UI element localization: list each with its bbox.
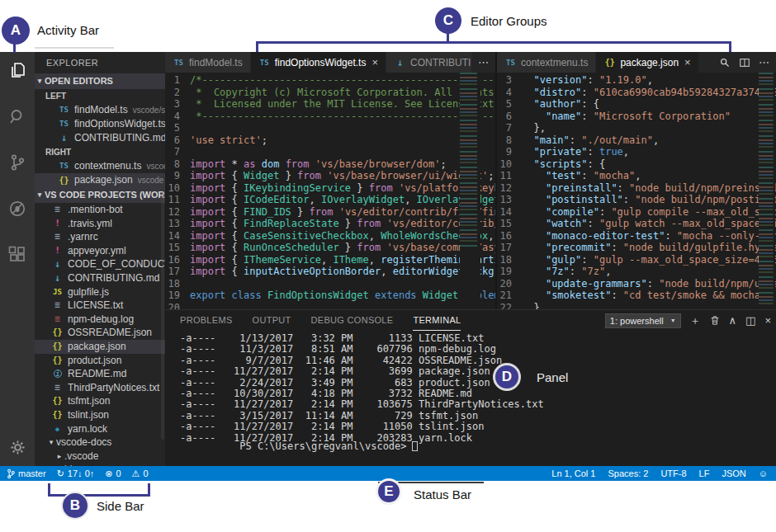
status-item-feedback-smiley[interactable]: ☺ [759, 468, 768, 478]
file-item[interactable]: ≡.mention-bot [35, 203, 165, 217]
code-text: import { CaseSensitiveCheckbox, WholeWor… [190, 230, 495, 242]
minimap[interactable] [460, 73, 480, 309]
activity-bar-source-control[interactable] [0, 144, 35, 184]
close-icon[interactable]: × [371, 56, 378, 68]
terminal-line: -a---- 10/30/2017 4:18 PM 3732 README.md [180, 388, 773, 399]
file-item[interactable]: {}OSSREADME.json [35, 326, 165, 340]
minimap[interactable] [759, 73, 775, 309]
open-preview-icon[interactable] [719, 57, 731, 68]
activity-bar-debug[interactable] [0, 191, 35, 230]
status-item-json[interactable]: JSON [722, 468, 745, 478]
editor-group-right[interactable]: 3 "version": "1.19.0",4 "distro": "610ca… [495, 73, 776, 309]
file-name: CONTRIBUTING.md [74, 131, 165, 145]
close-panel-icon[interactable]: × [764, 313, 771, 328]
split-editor-icon[interactable] [739, 57, 750, 68]
status-item-sync[interactable]: ↻17↓ 0↑ [57, 468, 95, 479]
file-item[interactable]: ↓CODE_OF_CONDUCT.md [35, 257, 165, 271]
activity-bar-search[interactable] [0, 98, 35, 138]
line-number: 2 [165, 87, 190, 99]
code-text: import { IThemeService, ITheme, register… [190, 254, 495, 266]
sidebar-scrollbar[interactable] [161, 192, 164, 440]
line-number: 9 [497, 146, 522, 158]
status-item-warning[interactable]: ⚠0 [132, 468, 149, 479]
status-item-ln-1-col-1[interactable]: Ln 1, Col 1 [551, 468, 595, 478]
tabs-right: TScontextmenu.ts{}package.json× [497, 52, 712, 73]
file-name: package.json [74, 173, 133, 187]
open-editors-header[interactable]: ▾ OPEN EDITORS [35, 73, 165, 89]
editor-area: TSfindModel.tsTSfindOptionsWidget.ts×↓CO… [165, 52, 776, 466]
kill-terminal-icon[interactable] [710, 313, 720, 328]
annotation-e-letter: E [384, 483, 393, 500]
open-editor-item[interactable]: TSfindOptionsWidget.tsvsco... [35, 117, 165, 131]
file-item[interactable]: {}tsfmt.json [35, 394, 165, 408]
file-name: gulpfile.js [68, 285, 109, 299]
panel-controls: 1: powershell ▼ ＋∧◫× [605, 310, 771, 331]
json-file-icon: {} [51, 394, 64, 408]
file-item[interactable]: !appveyor.yml [35, 244, 165, 258]
file-item[interactable]: ◆yarn.lock [35, 422, 165, 436]
file-item[interactable]: ≡npm-debug.log [35, 313, 165, 327]
editor-group-left[interactable]: 1/*-------------------------------------… [165, 73, 495, 309]
split-panel-icon[interactable]: ◫ [745, 313, 755, 328]
panel-tab-output[interactable]: OUTPUT [253, 310, 291, 331]
file-item[interactable]: {}product.json [35, 354, 165, 368]
folder-item[interactable]: ▸.vscode [35, 450, 165, 464]
workspace-header[interactable]: ▾ VS CODE PROJECTS (WORKSPACE) [35, 187, 165, 203]
code-text: }, [522, 122, 546, 134]
terminal-prompt[interactable]: PS C:\Users\gregvanl\vscode> [180, 429, 418, 464]
code-line: 17 "precommit": "node build/gulpfile.hyg… [497, 242, 776, 254]
terminal-output[interactable]: -a---- 1/13/2017 3:32 PM 1133 LICENSE.tx… [180, 333, 773, 444]
editor-tab-CONTRIBUTING.md[interactable]: ↓CONTRIBUTING.md [386, 52, 471, 73]
open-editor-item[interactable]: ↓CONTRIBUTING.mdvscode [35, 131, 165, 145]
open-editor-item[interactable]: TSfindModel.tsvscode/src/vs/... [35, 103, 165, 117]
file-item[interactable]: ≡.yarnrc [35, 230, 165, 244]
annotation-b-label: Side Bar [97, 499, 144, 513]
status-item-git-branch[interactable]: master [7, 468, 46, 479]
panel-tab-debug-console[interactable]: DEBUG CONSOLE [311, 310, 394, 331]
activity-bar-explorer[interactable] [0, 52, 35, 92]
extensions-icon [7, 245, 27, 268]
warning-icon: ⚠ [132, 468, 140, 479]
status-item-error[interactable]: ⊗0 [105, 468, 121, 479]
annotation-d-label: Panel [537, 370, 568, 384]
file-item[interactable]: {}tslint.json [35, 408, 165, 422]
file-item[interactable]: {}package.json [35, 340, 165, 354]
line-number: 17 [497, 242, 522, 254]
status-bar-right: Ln 1, Col 1Spaces: 2UTF-8LFJSON☺ [551, 468, 776, 478]
open-editor-item[interactable]: TScontextmenu.tsvscode/src/... [35, 159, 165, 173]
file-item[interactable]: JSgulpfile.js [35, 285, 165, 299]
more-icon[interactable]: ⋯ [759, 56, 769, 68]
file-path-detail: vscode/src/... [146, 159, 165, 173]
error-icon: ⊗ [105, 468, 112, 479]
chevron-right-icon: ▸ [54, 450, 64, 464]
status-item-spaces-2[interactable]: Spaces: 2 [608, 468, 648, 478]
file-item[interactable]: ≡ThirdPartyNotices.txt [35, 381, 165, 395]
panel-tab-problems[interactable]: PROBLEMS [180, 310, 233, 331]
editor-tab-package.json[interactable]: {}package.json× [596, 52, 698, 73]
folder-item[interactable]: ▾vscode-docs [35, 435, 165, 450]
terminal-select[interactable]: 1: powershell ▼ [605, 313, 681, 328]
activity-bar-extensions[interactable] [0, 237, 35, 276]
file-item[interactable]: !.travis.yml [35, 217, 165, 231]
file-item[interactable]: ≡LICENSE.txt [35, 299, 165, 313]
file-name: findModel.ts [74, 103, 128, 117]
panel-tab-terminal[interactable]: TERMINAL [413, 310, 461, 331]
close-icon[interactable]: × [684, 56, 691, 68]
maximize-panel-icon[interactable]: ∧ [729, 313, 737, 328]
open-editor-item[interactable]: {}package.jsonvscode [35, 173, 165, 187]
more-icon[interactable]: ⋯ [478, 56, 489, 68]
editor-tab-findOptionsWidget.ts[interactable]: TSfindOptionsWidget.ts× [251, 52, 386, 73]
settings-button[interactable] [0, 435, 35, 463]
line-number: 17 [165, 266, 190, 278]
code-text: "7z": "7z", [522, 266, 611, 277]
status-item-lf[interactable]: LF [699, 468, 710, 478]
file-item[interactable]: ↓CONTRIBUTING.md [35, 271, 165, 285]
annotation-d-badge: D [493, 363, 521, 391]
status-item-utf-8[interactable]: UTF-8 [660, 468, 686, 478]
editor-tab-contextmenu.ts[interactable]: TScontextmenu.ts [497, 52, 596, 73]
json-file-icon: {} [58, 173, 70, 187]
editor-tab-findModel.ts[interactable]: TSfindModel.ts [165, 52, 251, 73]
file-item[interactable]: iREADME.md [35, 367, 165, 381]
new-terminal-icon[interactable]: ＋ [690, 313, 701, 328]
npm-file-icon: ≡ [51, 313, 64, 327]
